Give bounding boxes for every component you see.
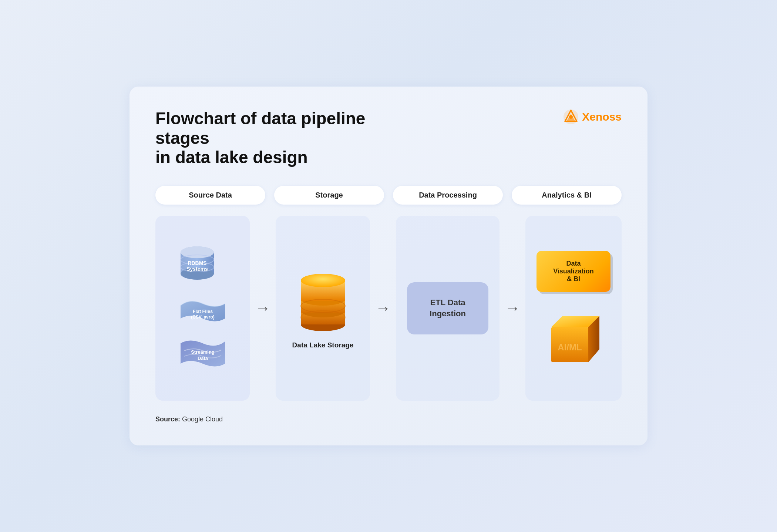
flat-files-icon: Flat Files (CSV, avro) — [177, 294, 229, 326]
svg-text:Systems: Systems — [186, 266, 208, 272]
analytics-panel: Data Visualization & BI — [525, 216, 622, 401]
header: Flowchart of data pipeline stages in dat… — [155, 109, 622, 168]
rdbms-entry: RDBMS Systems — [177, 246, 218, 284]
panels-wrapper: RDBMS Systems — [155, 216, 622, 401]
logo: Xenoss — [563, 109, 622, 125]
svg-text:Flat Files: Flat Files — [192, 309, 212, 314]
svg-text:RDBMS: RDBMS — [188, 260, 206, 266]
streaming-icon: Streaming Data — [177, 336, 229, 371]
arrow-3: → — [500, 299, 525, 317]
data-viz-box: Data Visualization & BI — [536, 251, 610, 292]
stage-label-source: Source Data — [155, 186, 265, 205]
analytics-items: Data Visualization & BI — [536, 251, 610, 366]
svg-point-3 — [569, 115, 573, 119]
main-container: Flowchart of data pipeline stages in dat… — [130, 87, 648, 446]
flat-files-entry: Flat Files (CSV, avro) — [177, 294, 229, 326]
data-lake-storage-icon — [293, 267, 353, 335]
source-items-list: RDBMS Systems — [177, 246, 229, 371]
stage-label-analytics: Analytics & BI — [512, 186, 622, 205]
footer: Source: Google Cloud — [155, 415, 622, 423]
rdbms-icon: RDBMS Systems — [177, 246, 218, 284]
source-panel: RDBMS Systems — [155, 216, 250, 401]
aiml-cube: AI/ML — [540, 307, 607, 366]
storage-panel: Data Lake Storage — [276, 216, 370, 401]
svg-text:Data: Data — [197, 356, 208, 361]
svg-text:AI/ML: AI/ML — [558, 342, 582, 352]
stage-label-processing: Data Processing — [393, 186, 503, 205]
xenoss-logo-icon — [563, 109, 579, 125]
arrow-1: → — [250, 299, 276, 317]
svg-text:Streaming: Streaming — [191, 349, 215, 355]
processing-panel: ETL Data Ingestion — [396, 216, 500, 401]
page-title: Flowchart of data pipeline stages in dat… — [155, 109, 414, 168]
stages-row: Source Data Storage Data Processing Anal… — [155, 186, 622, 205]
etl-box: ETL Data Ingestion — [407, 282, 488, 335]
svg-point-22 — [301, 274, 345, 287]
streaming-entry: Streaming Data — [177, 336, 229, 371]
arrow-2: → — [370, 299, 396, 317]
stage-label-storage: Storage — [274, 186, 384, 205]
svg-text:(CSV, avro): (CSV, avro) — [191, 314, 215, 320]
storage-label: Data Lake Storage — [292, 341, 354, 349]
